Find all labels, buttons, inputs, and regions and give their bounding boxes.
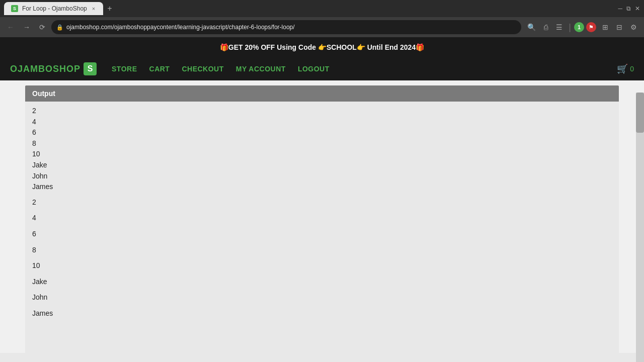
logo-text: OJAMBOSHOP <box>10 64 80 74</box>
logo-s-badge: S <box>84 62 97 75</box>
toolbar-actions: 🔍 ⎙ ☰ | 1 ⚑ <box>524 21 596 33</box>
tab-close-button[interactable]: × <box>91 5 96 13</box>
output-line-spaced: John <box>32 288 612 304</box>
settings-button[interactable]: ⚙ <box>627 21 640 33</box>
output-line-spaced: 10 <box>32 256 612 272</box>
output-line-spaced: 8 <box>32 240 612 256</box>
promo-text: 🎁GET 20% OFF Using Code 👉SCHOOL👉 Until E… <box>220 43 424 51</box>
output-line: 8 <box>32 138 612 149</box>
new-tab-button[interactable]: + <box>103 2 116 15</box>
lock-icon: 🔒 <box>56 24 63 31</box>
restore-button[interactable]: ⧉ <box>626 5 631 12</box>
extension-green-icon[interactable]: 1 <box>574 22 584 32</box>
cart-icon: 🛒 <box>617 63 628 74</box>
page-content: 🎁GET 20% OFF Using Code 👉SCHOOL👉 Until E… <box>0 37 644 353</box>
output-line-spaced: James <box>32 304 612 320</box>
active-tab[interactable]: S For Loop - OjamboShop × <box>4 2 103 15</box>
extension-red-icon[interactable]: ⚑ <box>586 22 596 32</box>
forward-button[interactable]: → <box>20 21 33 33</box>
nav-logout-link[interactable]: LOGOUT <box>298 65 330 73</box>
output-line: James <box>32 182 612 193</box>
rss-icon[interactable]: ☰ <box>553 21 566 33</box>
output-section: Output 2 4 6 8 10 Jake John James 2 4 6 … <box>25 85 619 353</box>
output-line-spaced: 2 <box>32 193 612 209</box>
nav-checkout-link[interactable]: CHECKOUT <box>182 65 223 73</box>
output-line-spaced: 4 <box>32 208 612 224</box>
reload-button[interactable]: ⟳ <box>36 21 48 33</box>
notification-count: 1 <box>578 24 581 30</box>
sidebar-button[interactable]: ⊞ <box>599 21 611 33</box>
output-line: John <box>32 171 612 182</box>
tab-favicon: S <box>11 5 18 12</box>
promo-banner: 🎁GET 20% OFF Using Code 👉SCHOOL👉 Until E… <box>0 37 644 57</box>
scrollbar-thumb[interactable] <box>636 93 644 133</box>
tab-title: For Loop - OjamboShop <box>22 5 87 12</box>
output-line: Jake <box>32 160 612 171</box>
sidebar-toggle-icons: ⊞ ⊟ ⚙ <box>599 21 640 33</box>
browser-chrome: S For Loop - OjamboShop × + ─ ⧉ ✕ ← → ⟳ … <box>0 0 644 37</box>
split-view-button[interactable]: ⊟ <box>613 21 625 33</box>
minimize-button[interactable]: ─ <box>618 5 622 12</box>
browser-toolbar: ← → ⟳ 🔒 🔍 ⎙ ☰ | 1 ⚑ ⊞ ⊟ ⚙ <box>0 17 644 37</box>
divider: | <box>568 22 572 33</box>
nav-cart-link[interactable]: CART <box>149 65 170 73</box>
browser-titlebar: S For Loop - OjamboShop × + ─ ⧉ ✕ <box>0 0 644 17</box>
nav-logo[interactable]: OJAMBOSHOP S <box>10 62 97 75</box>
tab-bar: S For Loop - OjamboShop × + <box>4 2 116 15</box>
nav-store-link[interactable]: STORE <box>112 65 137 73</box>
output-line: 2 <box>32 106 612 117</box>
output-line-spaced: Jake <box>32 272 612 288</box>
output-line: 6 <box>32 127 612 138</box>
site-nav: OJAMBOSHOP S STORE CART CHECKOUT MY ACCO… <box>0 57 644 80</box>
close-button[interactable]: ✕ <box>635 5 640 12</box>
address-bar-container: 🔒 <box>51 20 521 34</box>
output-line: 4 <box>32 117 612 128</box>
cart-count: 0 <box>630 65 634 73</box>
share-icon[interactable]: ⎙ <box>541 21 551 33</box>
search-icon[interactable]: 🔍 <box>524 21 539 33</box>
output-line: 10 <box>32 149 612 160</box>
nav-cart-icon[interactable]: 🛒 0 <box>617 63 634 74</box>
output-body: 2 4 6 8 10 Jake John James 2 4 6 8 10 Ja… <box>25 102 619 353</box>
output-header: Output <box>25 85 619 102</box>
nav-myaccount-link[interactable]: MY ACCOUNT <box>236 65 286 73</box>
output-line-spaced: 6 <box>32 224 612 240</box>
scrollbar[interactable] <box>636 93 644 362</box>
address-bar[interactable] <box>66 24 516 31</box>
nav-links: STORE CART CHECKOUT MY ACCOUNT LOGOUT <box>112 65 602 73</box>
back-button[interactable]: ← <box>4 21 17 33</box>
